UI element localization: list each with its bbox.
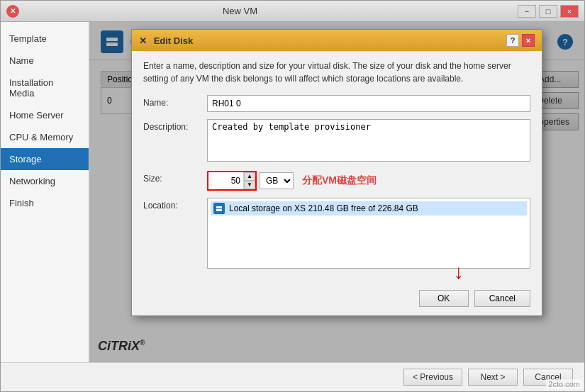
modal-body: Enter a name, description and size for y… [132, 51, 542, 284]
sidebar-item-home-server[interactable]: Home Server [1, 104, 89, 126]
modal-title-text: Edit Disk [154, 35, 194, 46]
next-button[interactable]: Next > [468, 369, 518, 386]
title-bar: ✕ New VM − □ × [1, 1, 584, 22]
main-window: ✕ New VM − □ × Template Name Installatio… [0, 0, 585, 392]
watermark: 2cto.com [546, 379, 582, 389]
name-control [207, 95, 530, 112]
size-control: ▲ ▼ MB GB TB 分配VM磁盘空间 [207, 171, 530, 191]
close-button[interactable]: × [560, 5, 579, 18]
modal-title-controls: ? × [506, 34, 535, 47]
size-number-input[interactable] [208, 172, 244, 189]
modal-description: Enter a name, description and size for y… [143, 60, 530, 85]
modal-help-button[interactable]: ? [506, 34, 519, 47]
name-row: Name: [143, 95, 530, 112]
size-unit-select[interactable]: MB GB TB [260, 172, 294, 189]
bottom-bar: < Previous Next > Cancel [1, 362, 584, 391]
modal-close-button[interactable]: × [522, 34, 535, 47]
size-annotation: 分配VM磁盘空间 [302, 174, 377, 187]
size-spinners: ▲ ▼ [244, 172, 255, 189]
size-row: Size: ▲ ▼ [143, 171, 530, 191]
name-label: Name: [143, 95, 207, 108]
spinner-up[interactable]: ▲ [244, 172, 255, 181]
sidebar-item-storage[interactable]: Storage [1, 148, 89, 170]
description-row: Description: Created by template provisi… [143, 119, 530, 164]
minimize-button[interactable]: − [518, 5, 536, 18]
content-area: Template Name Installation Media Home Se… [1, 22, 584, 362]
name-input[interactable] [207, 95, 530, 112]
cancel-button[interactable]: Cancel [474, 290, 530, 307]
main-panel: Configure storage for the new VM ? Posit… [89, 22, 584, 362]
size-number-wrapper: ▲ ▼ [207, 171, 257, 191]
modal-footer: ↓ OK Cancel [132, 284, 542, 315]
location-row: Location: [143, 198, 530, 269]
sidebar: Template Name Installation Media Home Se… [1, 22, 89, 362]
previous-button[interactable]: < Previous [403, 369, 462, 386]
window-title: New VM [0, 6, 518, 16]
sidebar-item-template[interactable]: Template [1, 28, 89, 50]
sidebar-item-networking[interactable]: Networking [1, 170, 89, 192]
arrow-annotation: ↓ [454, 261, 464, 284]
location-label: Location: [143, 198, 207, 211]
location-list[interactable]: Local storage on XS 210.48 GB free of 22… [207, 198, 530, 269]
size-label: Size: [143, 171, 207, 184]
svg-rect-2 [216, 206, 222, 208]
modal-title-bar: ✕ Edit Disk ? × [132, 30, 542, 51]
edit-disk-modal: ✕ Edit Disk ? × Enter a name, descriptio… [131, 29, 542, 316]
size-input-group: ▲ ▼ MB GB TB 分配VM磁盘空间 [207, 171, 530, 191]
description-control: Created by template provisioner [207, 119, 530, 164]
storage-location-icon [213, 203, 225, 214]
sidebar-item-name[interactable]: Name [1, 50, 89, 72]
modal-overlay: ✕ Edit Disk ? × Enter a name, descriptio… [89, 22, 584, 362]
title-bar-controls: − □ × [518, 5, 579, 18]
sidebar-item-finish[interactable]: Finish [1, 192, 89, 214]
location-item[interactable]: Local storage on XS 210.48 GB free of 22… [211, 201, 527, 215]
location-text: Local storage on XS 210.48 GB free of 22… [229, 203, 418, 213]
description-input[interactable]: Created by template provisioner [207, 119, 530, 162]
maximize-button[interactable]: □ [539, 5, 557, 18]
svg-rect-3 [216, 209, 222, 211]
description-label: Description: [143, 119, 207, 132]
spinner-down[interactable]: ▼ [244, 181, 255, 189]
ok-button[interactable]: OK [419, 290, 469, 307]
sidebar-item-cpu-memory[interactable]: CPU & Memory [1, 126, 89, 148]
sidebar-item-installation-media[interactable]: Installation Media [1, 72, 89, 104]
modal-title-icon: ✕ Edit Disk [139, 35, 193, 46]
location-control: Local storage on XS 210.48 GB free of 22… [207, 198, 530, 269]
